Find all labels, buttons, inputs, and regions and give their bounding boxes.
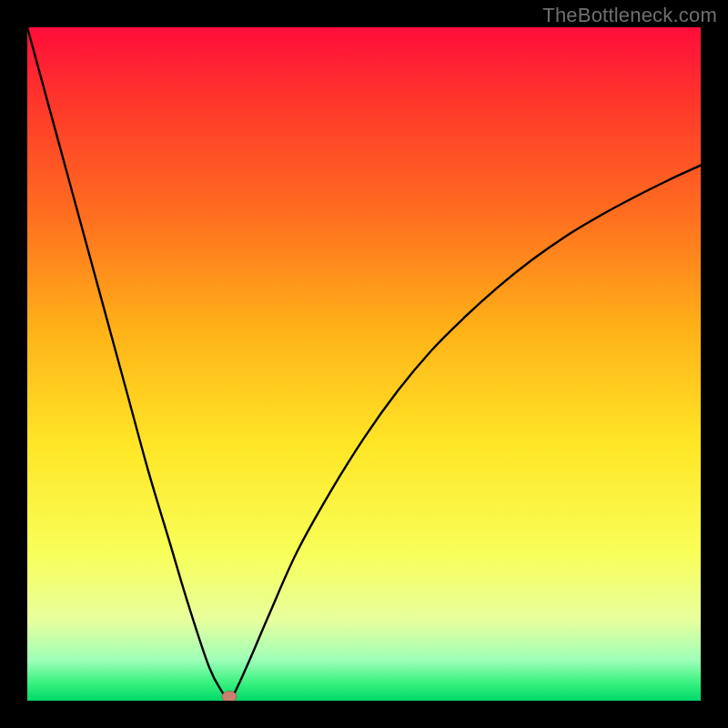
- watermark-text: TheBottleneck.com: [542, 4, 717, 27]
- chart-svg: [27, 27, 701, 701]
- chart-frame: TheBottleneck.com: [0, 0, 728, 728]
- plot-area: [27, 27, 701, 701]
- optimal-point-marker: [222, 692, 237, 701]
- gradient-background: [27, 27, 701, 701]
